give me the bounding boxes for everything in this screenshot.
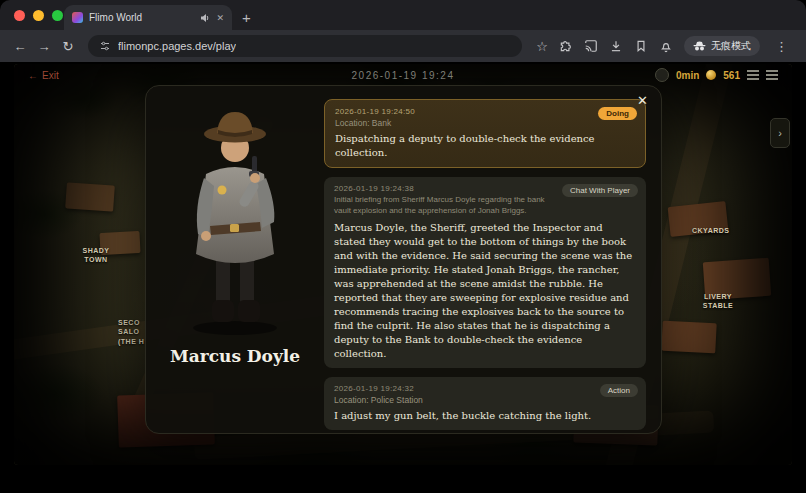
menu-list-icon[interactable]: [766, 70, 778, 80]
event-body: Marcus Doyle, the Sheriff, greeted the I…: [334, 221, 636, 361]
character-name: Marcus Doyle: [170, 346, 300, 366]
exit-button[interactable]: ← Exit: [28, 70, 59, 81]
modal-close-button[interactable]: ✕: [637, 93, 648, 108]
map-label: SHADYTOWN: [70, 246, 122, 265]
status-badge: Action: [600, 384, 638, 397]
status-badge: Chat With Player: [562, 184, 638, 197]
browser-menu-button[interactable]: ⋮: [771, 39, 792, 54]
bookmark-star-icon[interactable]: ☆: [536, 39, 548, 54]
extensions-icon[interactable]: [559, 39, 573, 53]
coin-icon: [706, 70, 716, 80]
character-modal: ✕: [145, 85, 662, 434]
close-window-button[interactable]: [14, 10, 25, 21]
coin-count: 561: [723, 70, 740, 81]
status-badge: Doing: [598, 107, 637, 120]
maximize-window-button[interactable]: [52, 10, 63, 21]
download-icon[interactable]: [609, 39, 623, 53]
back-button[interactable]: ←: [8, 39, 32, 54]
map-label: CKYARDS: [692, 226, 729, 235]
game-page: SHADYTOWN SECOSALO(THE H CKYARDS LIVERYS…: [0, 62, 806, 493]
side-panel-toggle[interactable]: ›: [770, 118, 790, 148]
game-header-right: 0min 561: [655, 68, 778, 82]
browser-window: Flimo World ✕ + ← → ↻ flimonpc.pages.dev…: [0, 0, 806, 493]
incognito-badge: 无痕模式: [684, 36, 760, 56]
tab-strip: Flimo World ✕ +: [0, 0, 806, 30]
event-time: 2026-01-19 19:24:32: [334, 384, 636, 393]
forward-button[interactable]: →: [32, 39, 56, 54]
tab-favicon: [72, 12, 83, 23]
tab-title: Flimo World: [89, 12, 194, 23]
reading-list-icon[interactable]: [634, 39, 648, 53]
incognito-label: 无痕模式: [711, 39, 751, 53]
event-card: 2026-01-19 19:24:50 Doing Location: Bank…: [324, 99, 646, 168]
exit-label: Exit: [42, 70, 59, 81]
event-summary: Initial briefing from Sheriff Marcus Doy…: [334, 195, 636, 217]
toolbar-actions: ☆ 无痕模式 ⋮: [530, 36, 798, 56]
incognito-icon: [693, 41, 706, 52]
event-card: 2026-01-19 19:24:38 Chat With Player Ini…: [324, 177, 646, 368]
map-label: SECOSALO(THE H: [118, 318, 144, 346]
map-building: [661, 321, 716, 354]
event-list[interactable]: 2026-01-19 19:24:50 Doing Location: Bank…: [324, 86, 661, 433]
event-card: 2026-01-19 19:24:32 Action Location: Pol…: [324, 377, 646, 430]
browser-tab[interactable]: Flimo World ✕: [64, 5, 232, 30]
timer-icon: [655, 68, 669, 82]
event-location: Location: Police Station: [334, 395, 636, 405]
map-label: LIVERYSTABLE: [694, 292, 742, 311]
address-bar[interactable]: flimonpc.pages.dev/play: [88, 35, 522, 57]
site-info-icon[interactable]: [99, 40, 111, 52]
exit-arrow-icon: ←: [28, 70, 38, 81]
game-clock: 2026-01-19 19:24: [352, 70, 455, 81]
new-tab-button[interactable]: +: [242, 9, 251, 30]
browser-toolbar: ← → ↻ flimonpc.pages.dev/play ☆: [0, 30, 806, 62]
cast-icon[interactable]: [584, 39, 598, 53]
url-text: flimonpc.pages.dev/play: [118, 40, 236, 52]
event-location: Location: Bank: [335, 118, 635, 128]
event-time: 2026-01-19 19:24:50: [335, 107, 635, 116]
tab-audio-icon[interactable]: [200, 13, 210, 23]
minimize-window-button[interactable]: [33, 10, 44, 21]
traffic-lights: [14, 10, 63, 21]
map-building: [65, 182, 115, 211]
bell-icon[interactable]: [659, 39, 673, 53]
filter-icon[interactable]: [747, 70, 759, 80]
event-body: I adjust my gun belt, the buckle catchin…: [334, 409, 636, 423]
tab-close-button[interactable]: ✕: [216, 13, 224, 23]
character-portrait: [160, 98, 310, 338]
timer-label: 0min: [676, 70, 699, 81]
event-body: Dispatching a deputy to double-check the…: [335, 132, 635, 160]
character-column: Marcus Doyle: [146, 86, 324, 433]
game-header: ← Exit 2026-01-19 19:24 0min 561: [0, 66, 806, 84]
reload-button[interactable]: ↻: [56, 39, 80, 54]
